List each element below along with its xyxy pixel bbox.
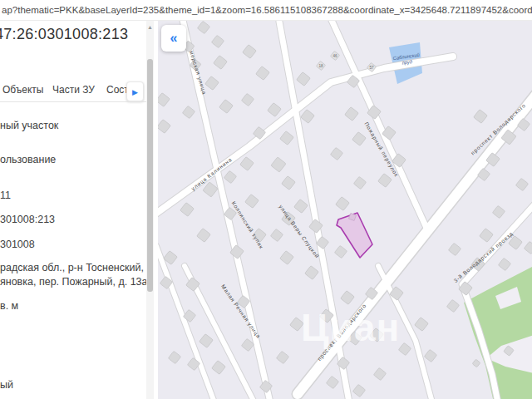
panel-divider bbox=[0, 101, 146, 102]
map-canvas[interactable]: Саблинскийпрудмерская улицаулица Калинин… bbox=[158, 21, 532, 399]
building bbox=[474, 110, 488, 124]
building bbox=[270, 229, 283, 241]
panel-tabs: Объекты Части ЗУ Соста ▶ bbox=[0, 77, 158, 102]
building bbox=[524, 241, 532, 254]
building bbox=[268, 103, 282, 117]
building bbox=[472, 359, 480, 367]
building bbox=[212, 361, 226, 375]
building bbox=[200, 334, 214, 348]
building bbox=[448, 243, 461, 255]
field-line: ый bbox=[0, 379, 13, 391]
field-line: радская обл., р-н Тосненский, bbox=[0, 262, 144, 273]
building bbox=[180, 203, 195, 217]
building bbox=[168, 351, 180, 363]
scroll-up-icon[interactable]: ▲ bbox=[147, 24, 153, 30]
svg-text:46: 46 bbox=[332, 54, 337, 58]
building bbox=[158, 93, 170, 107]
building bbox=[197, 21, 209, 33]
house-number-marker: 18 bbox=[316, 61, 325, 70]
building bbox=[398, 342, 411, 355]
building bbox=[197, 229, 211, 243]
building bbox=[334, 245, 347, 258]
building bbox=[245, 195, 259, 209]
building bbox=[345, 107, 359, 121]
building bbox=[280, 131, 294, 145]
building bbox=[353, 176, 366, 189]
field-line: ный участок bbox=[0, 120, 58, 131]
building bbox=[341, 291, 355, 305]
building bbox=[240, 157, 254, 171]
building bbox=[241, 93, 254, 106]
field-line: яновка, пер. Пожарный, д. 13а bbox=[0, 276, 148, 288]
building bbox=[498, 258, 510, 270]
building bbox=[352, 384, 365, 397]
chevron-right-icon: ▶ bbox=[132, 88, 138, 96]
svg-text:57: 57 bbox=[369, 66, 374, 70]
building bbox=[205, 76, 219, 91]
building bbox=[480, 229, 494, 243]
building bbox=[330, 147, 342, 160]
building bbox=[211, 35, 224, 47]
field-line: в. м bbox=[0, 300, 18, 312]
cadastral-number-title: 47:26:0301008:213 bbox=[0, 26, 128, 43]
building bbox=[224, 170, 236, 183]
field-line: 301008:213 bbox=[0, 214, 55, 225]
field-line: 11 bbox=[0, 190, 11, 201]
building bbox=[424, 349, 436, 362]
svg-text:18: 18 bbox=[318, 64, 323, 68]
info-panel: 47:26:0301008:213 Объекты Части ЗУ Соста… bbox=[0, 21, 158, 399]
building bbox=[271, 157, 286, 172]
building bbox=[446, 299, 459, 312]
road-side-street-center bbox=[378, 266, 432, 399]
building bbox=[305, 266, 319, 280]
field-line: 301008 bbox=[0, 239, 35, 250]
panel-scrollbar-thumb[interactable] bbox=[147, 59, 153, 292]
building bbox=[182, 106, 195, 118]
building bbox=[352, 132, 367, 146]
building bbox=[297, 72, 311, 86]
map-viewport[interactable]: Саблинскийпрудмерская улицаулица Калинин… bbox=[158, 21, 532, 399]
building bbox=[280, 251, 294, 265]
roads-layer bbox=[158, 21, 532, 399]
building bbox=[301, 110, 315, 124]
tab-parts-zu[interactable]: Части ЗУ bbox=[52, 84, 95, 96]
building bbox=[373, 367, 386, 380]
double-chevron-left-icon: « bbox=[170, 31, 178, 45]
building bbox=[492, 205, 505, 218]
building bbox=[256, 66, 270, 81]
building bbox=[243, 45, 257, 59]
building bbox=[370, 328, 384, 342]
building bbox=[336, 197, 350, 211]
collapse-panel-button[interactable]: « bbox=[161, 25, 186, 52]
building bbox=[203, 182, 218, 197]
building bbox=[290, 318, 304, 332]
building bbox=[378, 174, 392, 188]
building bbox=[326, 376, 338, 388]
building bbox=[415, 318, 429, 332]
tabs-scroll-right-button[interactable]: ▶ bbox=[126, 81, 144, 101]
building bbox=[282, 176, 296, 190]
screen: ap?thematic=PKK&baseLayerId=235&theme_id… bbox=[0, 0, 532, 399]
street-label: Малая Речная улица bbox=[219, 283, 262, 340]
building bbox=[158, 120, 170, 134]
building bbox=[515, 178, 528, 190]
building bbox=[219, 100, 234, 114]
url-bar[interactable]: ap?thematic=PKK&baseLayerId=235&theme_id… bbox=[0, 0, 532, 21]
tab-objects[interactable]: Объекты bbox=[2, 84, 44, 96]
building bbox=[294, 200, 308, 214]
building bbox=[276, 351, 288, 363]
field-line: ользование bbox=[0, 154, 56, 165]
green-area-forest bbox=[464, 266, 532, 399]
house-number-marker: 46 bbox=[330, 51, 339, 60]
building bbox=[214, 56, 228, 70]
